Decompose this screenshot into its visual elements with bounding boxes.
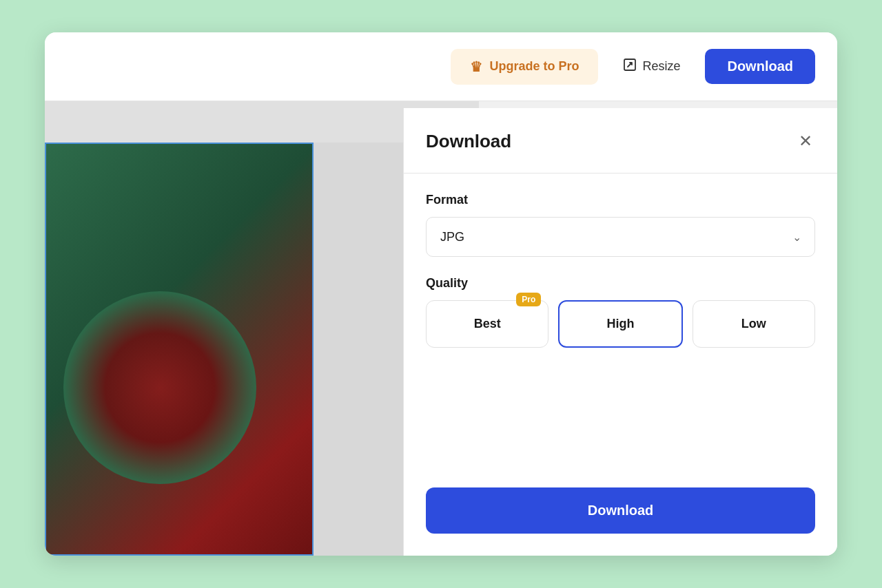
quality-high-label: High: [606, 317, 634, 330]
crown-icon: ♛: [470, 59, 482, 75]
upgrade-to-pro-button[interactable]: ♛ Upgrade to Pro: [451, 49, 598, 85]
resize-button[interactable]: Resize: [609, 48, 694, 85]
header: ♛ Upgrade to Pro Resize Download: [45, 32, 837, 101]
download-action-button[interactable]: Download: [426, 487, 815, 534]
format-select-wrapper: JPG PNG SVG PDF ⌄: [426, 217, 815, 257]
quality-section: Quality Pro Best High Low: [426, 276, 815, 370]
panel-header: Download ✕: [426, 130, 815, 152]
divider: [404, 173, 837, 174]
quality-options: Pro Best High Low: [426, 300, 815, 348]
app-container: ♛ Upgrade to Pro Resize Download AI Down…: [45, 32, 837, 556]
resize-icon: [623, 58, 637, 75]
quality-low-label: Low: [741, 317, 766, 330]
resize-label: Resize: [642, 59, 680, 74]
quality-best-label: Best: [474, 317, 501, 330]
format-select[interactable]: JPG PNG SVG PDF: [426, 217, 815, 257]
quality-low-button[interactable]: Low: [693, 300, 815, 348]
panel-title: Download: [426, 131, 511, 152]
upgrade-label: Upgrade to Pro: [489, 59, 579, 74]
format-label: Format: [426, 193, 815, 207]
quality-label: Quality: [426, 276, 815, 291]
format-section: Format JPG PNG SVG PDF ⌄: [426, 193, 815, 276]
canvas-image: [45, 143, 314, 556]
pro-badge: Pro: [516, 293, 541, 306]
quality-best-button[interactable]: Pro Best: [426, 300, 548, 348]
download-header-button[interactable]: Download: [705, 49, 815, 84]
close-button[interactable]: ✕: [796, 130, 815, 152]
quality-high-button[interactable]: High: [558, 300, 682, 348]
download-panel: Download ✕ Format JPG PNG SVG PDF ⌄ Qual…: [403, 108, 837, 556]
